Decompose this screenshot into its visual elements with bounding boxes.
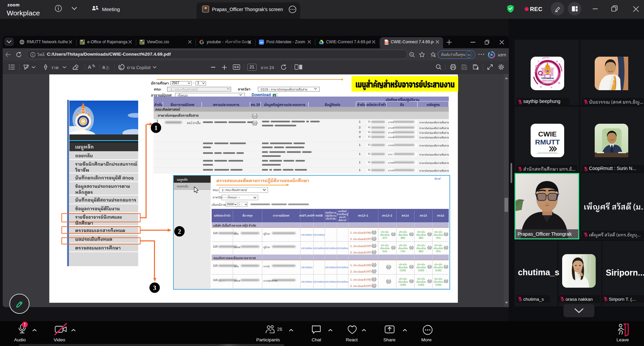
svg-text:zm: zm xyxy=(260,41,263,44)
svg-text:3: 3 xyxy=(153,284,156,291)
svg-text:2: 2 xyxy=(178,228,181,235)
svg-text:PDF: PDF xyxy=(385,42,388,44)
svg-text:TECHNICAL: TECHNICAL xyxy=(541,77,554,79)
svg-text:EDUCATION: EDUCATION xyxy=(542,79,555,82)
svg-text:A: A xyxy=(88,64,91,70)
svg-text:1: 1 xyxy=(154,124,158,131)
svg-text:RMUTT: RMUTT xyxy=(535,138,560,146)
svg-text:CWIE: CWIE xyxy=(538,130,557,138)
